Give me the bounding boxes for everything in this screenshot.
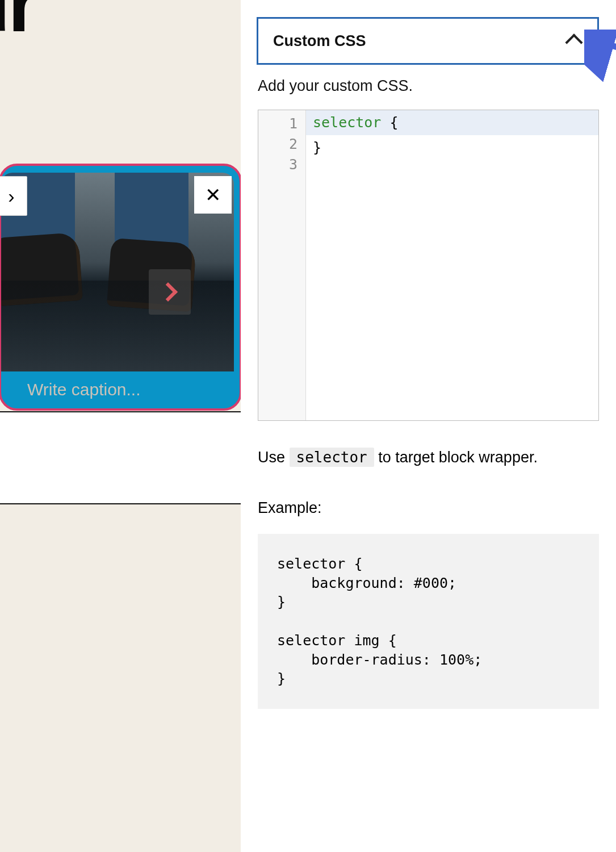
- example-code-block: selector { background: #000; } selector …: [258, 534, 599, 709]
- editor-canvas: To Our e › ✕ Write caption...: [0, 0, 241, 852]
- hint-text: to target block wrapper.: [374, 449, 538, 466]
- image-block-selected[interactable]: › ✕ Write caption...: [0, 164, 242, 411]
- token-selector: selector: [313, 114, 381, 131]
- empty-block[interactable]: [0, 411, 242, 504]
- custom-css-panel-header[interactable]: Custom CSS: [257, 17, 599, 65]
- chevron-up-icon: [565, 34, 583, 51]
- css-code-editor[interactable]: 1 2 3 selector { }: [258, 110, 599, 421]
- line-number: 2: [258, 134, 297, 154]
- panel-title: Custom CSS: [273, 32, 366, 50]
- next-slide-button[interactable]: [149, 269, 191, 315]
- line-number: 1: [258, 114, 297, 134]
- line-gutter: 1 2 3: [258, 110, 306, 420]
- code-line: selector {: [306, 110, 598, 135]
- code-line: [306, 160, 598, 165]
- selector-keyword: selector: [290, 448, 374, 467]
- code-area[interactable]: selector { }: [306, 110, 598, 420]
- chevron-right-icon[interactable]: ›: [0, 176, 27, 216]
- hint-text: Use: [258, 449, 290, 466]
- selector-hint: Use selector to target block wrapper.: [258, 447, 599, 469]
- caption-input[interactable]: Write caption...: [27, 380, 141, 399]
- panel-description: Add your custom CSS.: [258, 77, 599, 95]
- code-line: }: [306, 135, 598, 160]
- token: {: [381, 114, 398, 131]
- custom-css-panel-body: Add your custom CSS. 1 2 3 selector { } …: [241, 65, 616, 709]
- page-title: To Our e: [0, 0, 36, 117]
- line-number: 3: [258, 154, 297, 175]
- illustration: [1, 281, 234, 371]
- settings-sidebar: Custom CSS Add your custom CSS. 1 2 3 se…: [241, 0, 616, 852]
- example-label: Example:: [258, 499, 599, 517]
- close-icon[interactable]: ✕: [194, 176, 232, 214]
